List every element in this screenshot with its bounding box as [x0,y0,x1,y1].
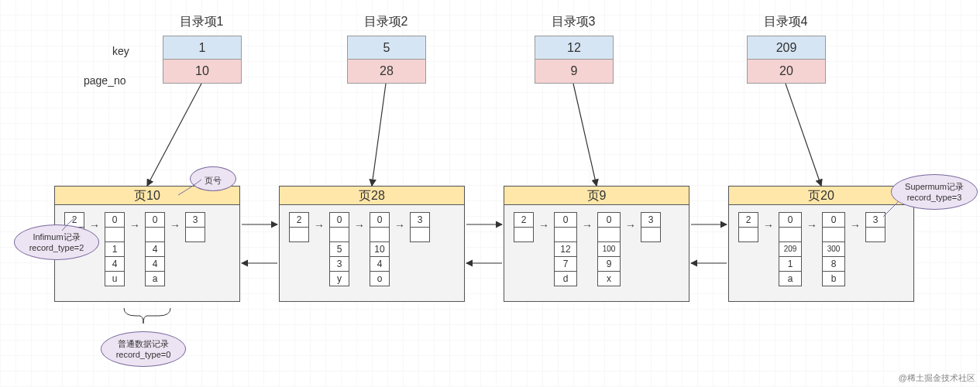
arrow-icon: → [129,219,140,231]
svg-line-1 [372,84,386,186]
arrow-icon: → [394,219,405,231]
dir-title-3: 目录项3 [535,14,612,30]
bubble-supermum: Supermum记录record_type=3 [891,174,978,210]
arrow-icon: → [538,219,549,231]
label-key: key [112,45,129,57]
dir-pageno-1: 10 [163,60,241,83]
rec-data: 044a [145,213,165,286]
rec-infimum: 2 [738,213,758,242]
dir-key-3: 12 [535,36,613,60]
page-9: 页9 2 → 0127d → 01009x → 3 [504,186,689,302]
arrow-icon: → [314,219,325,231]
arrow-icon: → [89,219,100,231]
rec-infimum: 2 [514,213,534,242]
dir-pageno-3: 9 [535,60,613,83]
page-20-title: 页20 [729,187,913,205]
dir-title-1: 目录项1 [163,14,240,30]
page-28-title: 页28 [280,187,464,205]
dir-entry-3: 12 9 [535,36,614,84]
rec-data: 014u [105,213,125,286]
page-20-records: 2 → 02091a → 03008b → 3 [729,205,913,294]
page-20: 页20 2 → 02091a → 03008b → 3 [728,186,914,302]
dir-entry-4: 209 20 [747,36,826,84]
dir-key-2: 5 [348,36,425,60]
label-page-no: page_no [84,74,126,87]
arrow-icon: → [625,219,636,231]
bubble-page-no: 页号 [190,166,236,191]
dir-title-4: 目录项4 [747,14,824,30]
rec-data: 0127d [554,213,577,286]
dir-title-2: 目录项2 [347,14,425,30]
bubble-infimum: Infimum记录record_type=2 [14,224,99,260]
page-28: 页28 2 → 053y → 0104o → 3 [279,186,465,302]
arrow-icon: → [354,219,365,231]
svg-line-2 [573,84,597,186]
watermark: @稀土掘金技术社区 [899,372,975,384]
rec-data: 03008b [822,213,845,286]
dir-entry-2: 5 28 [347,36,426,84]
dir-key-4: 209 [748,36,825,60]
rec-data: 0104o [370,213,390,286]
svg-line-3 [786,84,821,186]
dir-pageno-4: 20 [748,60,825,83]
arrow-icon: → [806,219,817,231]
arrow-icon: → [850,219,861,231]
bubble-normal: 普通数据记录record_type=0 [101,331,186,367]
rec-supremum: 3 [865,213,885,242]
rec-supremum: 3 [410,213,430,242]
rec-infimum: 2 [289,213,309,242]
dir-key-1: 1 [163,36,241,60]
rec-data: 02091a [779,213,802,286]
rec-data: 053y [329,213,349,286]
page-9-title: 页9 [504,187,689,205]
arrow-icon: → [170,219,181,231]
dir-pageno-2: 28 [348,60,425,83]
page-9-records: 2 → 0127d → 01009x → 3 [504,205,689,294]
rec-supremum: 3 [641,213,661,242]
rec-data: 01009x [597,213,621,286]
arrow-icon: → [582,219,593,231]
svg-line-0 [147,84,201,186]
arrow-icon: → [763,219,774,231]
page-28-records: 2 → 053y → 0104o → 3 [280,205,464,294]
dir-entry-1: 1 10 [163,36,242,84]
rec-supremum: 3 [185,213,205,242]
